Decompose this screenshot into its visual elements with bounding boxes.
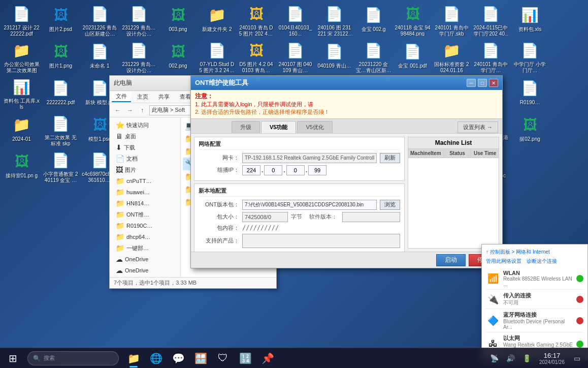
desktop-icon-icon-12[interactable]: 📄240101 青岛中学门厅.skb [433, 3, 471, 38]
network-link-2[interactable]: 诊断这个连接 [527, 258, 557, 265]
settings-list-button[interactable]: 设置列表 → [458, 121, 498, 133]
sw-ver-input[interactable] [342, 212, 400, 222]
tray-battery-icon[interactable]: 🔋 [520, 351, 534, 365]
desktop-icon-icon-16[interactable]: 🖼图片1.png [42, 39, 80, 75]
desktop-icon-icon-56[interactable]: 🖼据02.png [511, 112, 549, 148]
ip-part-3[interactable] [286, 165, 305, 175]
tab-v5opt[interactable]: V5优化 [297, 121, 332, 133]
taskbar-app-2[interactable]: 💬 [168, 348, 189, 369]
nav-forward-button[interactable]: → [125, 105, 135, 115]
desktop-icon-icon-8[interactable]: 📄0104旦40103_160... [276, 3, 314, 38]
desktop-icon-icon-20[interactable]: 📄07-YLD.Stud D5 图片 3.2 24010 3 设计图库... [198, 39, 236, 75]
network-item-bt[interactable]: 🔷 蓝牙网络连接 Bluetooth Device (Personal Ar..… [486, 309, 583, 332]
supported-label: 支持的产品： [199, 237, 239, 244]
sidebar-item-2[interactable]: ⬇下载 [110, 142, 180, 153]
desktop-icon-icon-9[interactable]: 📄240106 图 231221 宋 231220 宋 金宝 002.g [315, 3, 353, 38]
sidebar-item-5[interactable]: 📁cnPuTT… [110, 175, 180, 187]
taskbar-search[interactable]: 🔍 搜索 [27, 351, 119, 365]
nic-refresh-button[interactable]: 刷新 [380, 153, 400, 163]
taskbar-app-6[interactable]: 📌 [257, 348, 278, 369]
tab-file[interactable]: 文件 [112, 91, 131, 102]
desktop-icon-icon-30[interactable]: 📄2222222.pdf [42, 76, 80, 111]
desktop-icon-icon-14[interactable]: 📊资料包.xls [511, 3, 549, 38]
desktop-icon-icon-58[interactable]: 📄小字普通教室 240119 金宝 汉河汉出汉正… [42, 149, 80, 185]
network-item-incoming[interactable]: 🔌 传入的连接 不可用 [486, 290, 583, 309]
desktop-icon-icon-43[interactable]: 📁2024-01 [3, 112, 41, 148]
nic-input[interactable] [242, 153, 377, 163]
desktop-icon-image: 📄 [403, 41, 423, 62]
taskbar-app-0[interactable]: 📁 [123, 348, 144, 369]
desktop-icon-icon-25[interactable]: 📄金宝 001.pdf [394, 39, 432, 75]
ont-minimize-button[interactable]: ─ [467, 79, 476, 87]
supported-input[interactable] [242, 234, 400, 248]
desktop-icon-icon-23[interactable]: 📄040109 青山… [315, 39, 353, 75]
nav-back-button[interactable]: ← [113, 105, 123, 115]
desktop-icon-icon-7[interactable]: 🖼240103 青岛 D5 图片 202 40103_160... [237, 3, 275, 38]
desktop-icon-icon-18[interactable]: 📄231229 青岛… 设计办公… [120, 39, 158, 75]
desktop-icon-icon-15[interactable]: 📁办公室公司效果 第二次效果图 [3, 39, 41, 75]
show-desktop-button[interactable]: ▭ [570, 351, 584, 365]
pkg-size-input[interactable] [242, 212, 288, 222]
sidebar-item-1[interactable]: 🖥桌面 [110, 131, 180, 142]
desktop-icon-icon-21[interactable]: 🖼D5 图片 4.2 040103 青岛… [237, 39, 275, 75]
desktop-icon-icon-6[interactable]: 📁新建文件夹 2 [198, 3, 236, 38]
ont-maximize-button[interactable]: □ [478, 79, 487, 87]
desktop-icon-icon-10[interactable]: 📄金宝 002.g [354, 3, 393, 38]
desktop-icon-icon-3[interactable]: 📄20231226 青岛山区新建公… [81, 3, 119, 38]
desktop-icon-icon-22[interactable]: 📄240107 图 040109 青山… [276, 39, 314, 75]
sidebar-item-12[interactable]: ☁OneDrive [110, 254, 180, 265]
taskbar-app-4[interactable]: 🛡 [212, 348, 234, 369]
tray-clock[interactable]: 16:17 2024/01/26 [536, 352, 568, 365]
tab-v5func[interactable]: V5功能 [261, 121, 296, 133]
tab-home[interactable]: 主页 [133, 92, 152, 102]
sidebar-item-8[interactable]: 📁ONT维… [110, 209, 180, 220]
nic-label: 网卡： [199, 154, 239, 162]
desktop-icon-icon-28[interactable]: 📄中学门厅 小学门厅… [511, 39, 549, 75]
sidebar-item-7[interactable]: 📁HN814… [110, 198, 180, 209]
browse-button[interactable]: 浏览 [380, 200, 400, 210]
desktop-icon-icon-19[interactable]: 🖼002.png [159, 39, 197, 75]
desktop-icon-icon-13[interactable]: 📄2024-0115已中学门厅202 40121.akb [472, 3, 510, 38]
tab-upgrade[interactable]: 升级 [232, 121, 260, 133]
desktop-icon-icon-57[interactable]: 🖼接待室01.pn g [3, 149, 41, 185]
ont-titlebar[interactable]: ONT维护使能工具 ─ □ ✕ [191, 76, 502, 90]
desktop-icon-label: 231229 青岛…设计办公… [121, 25, 157, 36]
sidebar-item-13[interactable]: ☁OneDrive [110, 265, 180, 276]
sidebar-item-9[interactable]: 📁R0190C… [110, 220, 180, 231]
taskbar-app-1[interactable]: 🌐 [145, 348, 167, 369]
nav-up-button[interactable]: ↑ [137, 105, 147, 115]
desktop-icon-icon-2[interactable]: 🖼图片2.psd [42, 3, 80, 38]
desktop-icon-icon-42[interactable]: 📄R0190… [511, 76, 549, 111]
tray-volume-icon[interactable]: 🔊 [504, 351, 518, 365]
network-item-wlan[interactable]: 📶 WLAN Realtek 8852BE Wireless LAN ... [486, 268, 583, 290]
sidebar-item-4[interactable]: 🖼图片 [110, 164, 180, 175]
sidebar-item-6[interactable]: 📁huawei… [110, 187, 180, 198]
network-link-1[interactable]: 管用此网络设置 [486, 258, 521, 265]
desktop-icon-icon-27[interactable]: 📄240101 青岛中学门厅… [472, 39, 510, 75]
taskbar-app-5[interactable]: 🔢 [235, 348, 256, 369]
tray-network-icon[interactable]: 📡 [487, 351, 502, 365]
tab-share[interactable]: 共享 [154, 92, 174, 102]
start-button[interactable]: ⊞ [0, 348, 25, 369]
desktop-icon-icon-29[interactable]: 📊资料包 工具库.xls [3, 76, 41, 111]
desktop-icon-icon-26[interactable]: 📁国标标准资套 2024.01.16 [433, 39, 471, 75]
desktop-icon-icon-5[interactable]: 🖼003.png [159, 3, 197, 38]
sidebar-label: OneDrive [125, 256, 148, 262]
sidebar-item-11[interactable]: 📁一键部… [110, 242, 180, 254]
desktop-icon-icon-17[interactable]: 📄未命名 1 [81, 39, 119, 75]
ip-part-1[interactable] [242, 165, 260, 175]
desktop-icon-icon-1[interactable]: 📄231217 设计 2222222.pdf [3, 3, 41, 38]
sidebar-item-10[interactable]: 📁dhcp64… [110, 231, 180, 242]
desktop-icon-icon-11[interactable]: 🖼240118 金宝 9498484.png [394, 3, 432, 38]
ip-part-4[interactable] [308, 165, 326, 175]
ont-close-button[interactable]: ✕ [489, 79, 498, 87]
sidebar-item-0[interactable]: ⭐快速访问 [110, 119, 180, 131]
desktop-icon-icon-44[interactable]: 📄第二次效果 无标准 skp [42, 112, 80, 148]
desktop-icon-icon-4[interactable]: 📄231229 青岛…设计办公… [120, 3, 158, 38]
taskbar-app-3[interactable]: 🪟 [190, 348, 211, 369]
ip-part-2[interactable] [264, 165, 282, 175]
sidebar-item-3[interactable]: 📄文档 [110, 153, 180, 164]
start-button[interactable]: 启动 [436, 254, 466, 266]
ont-pkg-input[interactable] [242, 200, 377, 210]
desktop-icon-icon-24[interactable]: 📄20231220 金宝…青山区新建公… [354, 39, 393, 75]
